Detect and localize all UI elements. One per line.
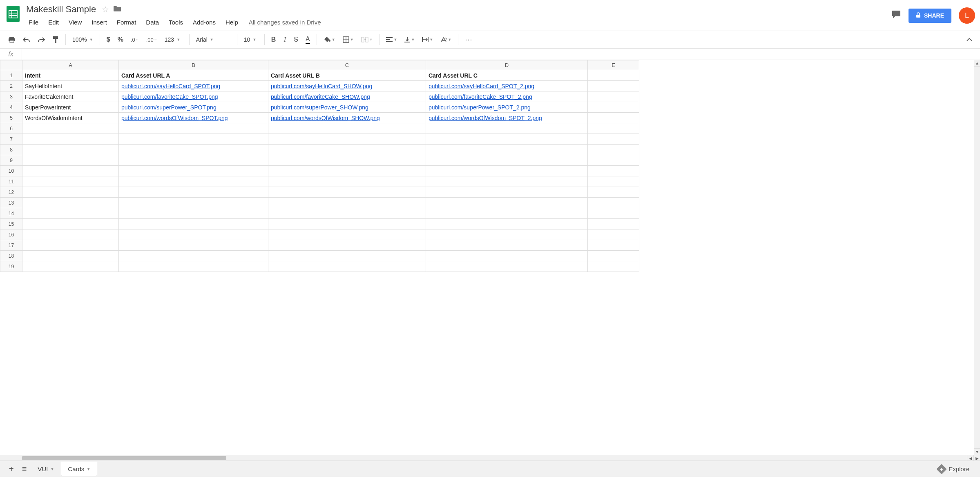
cell-B13[interactable] bbox=[119, 198, 268, 208]
strikethrough-icon[interactable]: S bbox=[290, 33, 301, 46]
h-align-icon[interactable]: ▼ bbox=[383, 33, 400, 46]
cell-E12[interactable] bbox=[588, 187, 639, 198]
row-header-4[interactable]: 4 bbox=[0, 102, 22, 113]
cell-E16[interactable] bbox=[588, 229, 639, 240]
cell-C17[interactable] bbox=[268, 240, 426, 251]
cell-D11[interactable] bbox=[426, 176, 588, 187]
cell-D2[interactable]: publicurl.com/sayHelloCard_SPOT_2.png bbox=[426, 81, 588, 91]
zoom-select[interactable]: 100%▼ bbox=[69, 35, 96, 45]
cell-C13[interactable] bbox=[268, 198, 426, 208]
row-header-19[interactable]: 19 bbox=[0, 261, 22, 272]
star-icon[interactable]: ☆ bbox=[102, 4, 109, 14]
cell-A11[interactable] bbox=[22, 176, 119, 187]
menu-view[interactable]: View bbox=[65, 17, 86, 27]
row-header-18[interactable]: 18 bbox=[0, 251, 22, 261]
cell-C11[interactable] bbox=[268, 176, 426, 187]
row-header-14[interactable]: 14 bbox=[0, 208, 22, 219]
col-header-A[interactable]: A bbox=[22, 60, 119, 70]
cell-A1[interactable]: Intent bbox=[22, 70, 119, 81]
cell-D4[interactable]: publicurl.com/superPower_SPOT_2.png bbox=[426, 102, 588, 113]
cell-A16[interactable] bbox=[22, 229, 119, 240]
cell-D17[interactable] bbox=[426, 240, 588, 251]
menu-tools[interactable]: Tools bbox=[165, 17, 187, 27]
scroll-down-icon[interactable]: ▼ bbox=[974, 448, 980, 455]
v-align-icon[interactable]: ▼ bbox=[401, 33, 418, 46]
cell-D14[interactable] bbox=[426, 208, 588, 219]
doc-title[interactable]: Makeskill Sample bbox=[25, 3, 98, 16]
row-header-3[interactable]: 3 bbox=[0, 91, 22, 102]
cell-C5[interactable]: publicurl.com/wordsOfWisdom_SHOW.png bbox=[268, 113, 426, 123]
sheet-tab-vui[interactable]: VUI▼ bbox=[31, 462, 61, 476]
currency-icon[interactable]: $ bbox=[103, 33, 114, 46]
row-header-12[interactable]: 12 bbox=[0, 187, 22, 198]
row-header-16[interactable]: 16 bbox=[0, 229, 22, 240]
cell-C7[interactable] bbox=[268, 134, 426, 145]
scroll-right-icon[interactable]: ▶ bbox=[973, 455, 980, 461]
cell-B10[interactable] bbox=[119, 166, 268, 176]
cell-E19[interactable] bbox=[588, 261, 639, 272]
cell-B6[interactable] bbox=[119, 123, 268, 134]
sheet-tab-cards[interactable]: Cards▼ bbox=[61, 462, 97, 476]
explore-button[interactable]: Explore bbox=[932, 462, 975, 476]
cell-B1[interactable]: Card Asset URL A bbox=[119, 70, 268, 81]
cell-E5[interactable] bbox=[588, 113, 639, 123]
cell-C18[interactable] bbox=[268, 251, 426, 261]
cell-A10[interactable] bbox=[22, 166, 119, 176]
cell-A2[interactable]: SayHelloIntent bbox=[22, 81, 119, 91]
text-rotation-icon[interactable]: ▼ bbox=[437, 33, 455, 46]
cell-B16[interactable] bbox=[119, 229, 268, 240]
row-header-8[interactable]: 8 bbox=[0, 145, 22, 155]
cell-B7[interactable] bbox=[119, 134, 268, 145]
cell-E11[interactable] bbox=[588, 176, 639, 187]
more-icon[interactable]: ⋯ bbox=[462, 33, 476, 46]
select-all-corner[interactable] bbox=[0, 60, 22, 70]
menu-format[interactable]: Format bbox=[113, 17, 141, 27]
cell-E13[interactable] bbox=[588, 198, 639, 208]
cell-E9[interactable] bbox=[588, 155, 639, 166]
redo-icon[interactable] bbox=[34, 33, 48, 46]
cell-B5[interactable]: publicurl.com/wordsOfWisdom_SPOT.png bbox=[119, 113, 268, 123]
cell-A14[interactable] bbox=[22, 208, 119, 219]
cell-B18[interactable] bbox=[119, 251, 268, 261]
cell-A15[interactable] bbox=[22, 219, 119, 229]
cell-C10[interactable] bbox=[268, 166, 426, 176]
cell-B4[interactable]: publicurl.com/superPower_SPOT.png bbox=[119, 102, 268, 113]
col-header-C[interactable]: C bbox=[268, 60, 426, 70]
cell-C3[interactable]: publicurl.com/favoriteCake_SHOW.png bbox=[268, 91, 426, 102]
cell-D10[interactable] bbox=[426, 166, 588, 176]
cell-E17[interactable] bbox=[588, 240, 639, 251]
cell-B3[interactable]: publicurl.com/favoriteCake_SPOT.png bbox=[119, 91, 268, 102]
cell-B19[interactable] bbox=[119, 261, 268, 272]
cell-B14[interactable] bbox=[119, 208, 268, 219]
borders-icon[interactable]: ▼ bbox=[339, 33, 357, 46]
cell-A5[interactable]: WordsOfWisdomIntent bbox=[22, 113, 119, 123]
cell-E6[interactable] bbox=[588, 123, 639, 134]
collapse-toolbar-icon[interactable] bbox=[964, 34, 975, 45]
menu-edit[interactable]: Edit bbox=[44, 17, 63, 27]
menu-file[interactable]: File bbox=[25, 17, 42, 27]
cell-E4[interactable] bbox=[588, 102, 639, 113]
cell-C1[interactable]: Card Asset URL B bbox=[268, 70, 426, 81]
cell-A7[interactable] bbox=[22, 134, 119, 145]
cell-C14[interactable] bbox=[268, 208, 426, 219]
row-header-15[interactable]: 15 bbox=[0, 219, 22, 229]
print-icon[interactable] bbox=[5, 33, 19, 46]
row-header-10[interactable]: 10 bbox=[0, 166, 22, 176]
font-size-select[interactable]: 10▼ bbox=[241, 35, 261, 45]
menu-data[interactable]: Data bbox=[142, 17, 163, 27]
cell-B9[interactable] bbox=[119, 155, 268, 166]
scroll-thumb[interactable] bbox=[22, 456, 226, 460]
cell-C9[interactable] bbox=[268, 155, 426, 166]
tab-caret-icon[interactable]: ▼ bbox=[87, 467, 90, 471]
row-header-7[interactable]: 7 bbox=[0, 134, 22, 145]
cell-A3[interactable]: FavoriteCakeIntent bbox=[22, 91, 119, 102]
text-wrap-icon[interactable]: ▼ bbox=[419, 33, 436, 46]
cell-C19[interactable] bbox=[268, 261, 426, 272]
cell-B11[interactable] bbox=[119, 176, 268, 187]
cell-E15[interactable] bbox=[588, 219, 639, 229]
cell-C15[interactable] bbox=[268, 219, 426, 229]
cell-D19[interactable] bbox=[426, 261, 588, 272]
cell-E8[interactable] bbox=[588, 145, 639, 155]
cell-E10[interactable] bbox=[588, 166, 639, 176]
row-header-13[interactable]: 13 bbox=[0, 198, 22, 208]
